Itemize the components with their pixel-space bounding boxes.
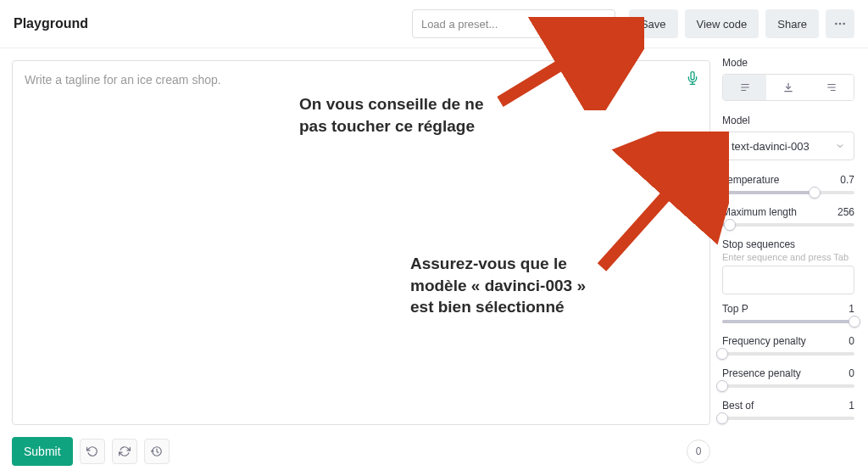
refresh-icon [119,445,131,457]
presence-penalty-value: 0 [849,367,854,379]
presence-penalty-label: Presence penalty [722,367,801,379]
model-select[interactable]: text-davinci-003 [722,132,854,160]
mode-complete[interactable] [723,75,766,100]
stop-sequences: Stop sequences Enter sequence and press … [722,238,854,294]
view-code-button[interactable]: View code [685,9,760,38]
mode-group [722,74,854,101]
mode-insert[interactable] [766,75,810,100]
model-value: text-davinci-003 [732,140,810,153]
presence-penalty-slider[interactable]: Presence penalty 0 [722,367,854,388]
max-length-label: Maximum length [722,206,797,218]
chevron-down-icon [835,141,845,151]
stop-hint: Enter sequence and press Tab [722,252,854,262]
top-p-slider[interactable]: Top P 1 [722,303,854,323]
history-button[interactable] [144,439,170,464]
frequency-penalty-label: Frequency penalty [722,335,806,347]
best-of-label: Best of [722,400,754,412]
edit-lines-icon [826,81,837,93]
max-length-value: 256 [837,206,854,218]
stop-label: Stop sequences [722,238,854,250]
page-title: Playground [14,16,88,31]
token-count: 0 [687,440,710,463]
frequency-penalty-value: 0 [849,335,854,347]
preset-placeholder: Load a preset... [421,18,498,31]
top-p-label: Top P [722,303,748,315]
save-button[interactable]: Save [629,9,678,38]
microphone-icon[interactable] [686,71,699,85]
submit-button[interactable]: Submit [12,437,73,466]
frequency-penalty-slider[interactable]: Frequency penalty 0 [722,335,854,356]
undo-button[interactable] [80,439,105,464]
mode-label: Mode [722,57,854,69]
prompt-placeholder: Write a tagline for an ice cream shop. [25,73,676,87]
temperature-slider[interactable]: Temperature 0.7 [722,174,854,194]
svg-point-0 [835,23,837,25]
ellipsis-icon [833,17,847,31]
regenerate-button[interactable] [112,439,137,464]
preset-select[interactable]: Load a preset... [412,9,615,38]
svg-point-2 [843,23,845,25]
best-of-value: 1 [849,400,854,412]
stop-input[interactable] [722,266,854,294]
more-options-button[interactable] [826,9,854,38]
align-icon [739,81,751,93]
temperature-label: Temperature [722,174,779,186]
chevron-down-icon [596,19,606,29]
history-icon [151,445,163,457]
sidebar: Mode Model text-davinci-003 Temperature … [722,48,868,476]
max-length-slider[interactable]: Maximum length 256 [722,206,854,227]
top-p-value: 1 [849,303,854,315]
mode-edit[interactable] [810,75,854,100]
svg-point-1 [839,23,842,25]
undo-icon [86,445,98,457]
prompt-editor[interactable]: Write a tagline for an ice cream shop. [12,60,710,425]
download-icon [782,81,794,93]
share-button[interactable]: Share [765,9,819,38]
temperature-value: 0.7 [840,174,854,186]
header: Playground Load a preset... Save View co… [0,0,868,48]
model-label: Model [722,115,854,126]
best-of-slider[interactable]: Best of 1 [722,400,854,420]
